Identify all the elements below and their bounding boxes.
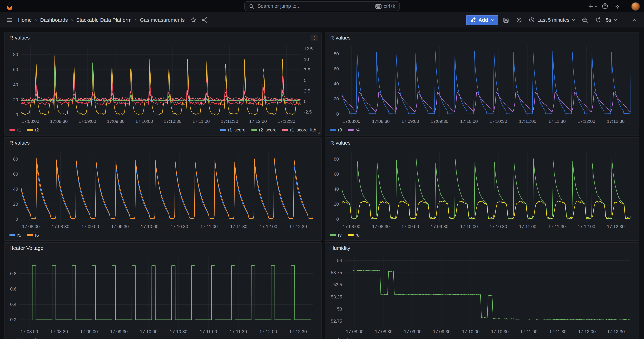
legend-item-r1[interactable]: r1 <box>10 127 22 132</box>
chart-canvas[interactable]: 02040608017:08:0017:08:3017:09:0017:09:3… <box>328 43 636 124</box>
panel-resize-handle[interactable] <box>317 131 320 134</box>
panel-title[interactable]: R-values <box>330 35 350 40</box>
y-axis-label: 53 <box>337 306 342 312</box>
legend-item-r7[interactable]: r7 <box>330 232 342 238</box>
help-circle-icon <box>602 3 608 10</box>
x-axis-label: 17:08:00 <box>343 119 360 124</box>
chart-area[interactable]: 020406080-2.502.557.51012.517:08:0017:08… <box>7 43 318 124</box>
x-axis-label: 17:09:30 <box>431 224 448 229</box>
x-axis-label: 17:12:30 <box>607 119 624 124</box>
panel-header[interactable]: Heater Voltage <box>4 243 321 254</box>
add-button[interactable]: Add <box>466 15 498 25</box>
legend-item-heatervoltage[interactable]: heatervoltage <box>10 338 45 339</box>
legend: r5r6 <box>10 231 316 239</box>
series-r4[interactable] <box>342 92 631 112</box>
legend-item-r8[interactable]: r8 <box>348 232 360 238</box>
y-axis-label: 40 <box>13 186 18 192</box>
y-axis-label: 20 <box>13 202 18 207</box>
dashboard-settings-button[interactable] <box>514 15 525 25</box>
x-axis-label: 17:12:00 <box>578 119 595 124</box>
x-axis-label: 17:09:00 <box>402 119 419 124</box>
top-bar: Search or jump to... ctrl+k <box>0 0 644 12</box>
panel-title[interactable]: Heater Voltage <box>10 245 44 251</box>
chart-canvas[interactable]: 020406080-2.502.557.51012.517:08:0017:08… <box>7 43 318 124</box>
x-axis-label: 17:12:00 <box>260 329 277 334</box>
y-axis-right-label: 5 <box>304 78 306 83</box>
legend: r3r4 <box>330 126 634 134</box>
legend-item-r4[interactable]: r4 <box>348 127 360 132</box>
refresh-button[interactable] <box>593 15 604 25</box>
chart-canvas[interactable]: 02040608017:08:0017:08:3017:09:0017:09:3… <box>7 148 318 230</box>
breadcrumb-folder[interactable]: Stackable Data Platform <box>76 17 132 23</box>
legend-swatch <box>282 129 288 131</box>
panel-title[interactable]: R-values <box>10 140 30 146</box>
chart-area[interactable]: 02040608017:08:0017:08:3017:09:0017:09:3… <box>328 43 636 124</box>
chart-area[interactable]: 02040608017:08:0017:08:3017:09:0017:09:3… <box>7 148 318 230</box>
collapse-toolbar-button[interactable] <box>629 15 640 25</box>
grafana-logo-icon[interactable] <box>4 1 15 12</box>
x-axis-label: 17:08:00 <box>22 119 39 124</box>
legend-swatch <box>348 234 354 236</box>
panel-heater-voltage: Heater Voltage 0.20.40.60.817:08:0017:08… <box>4 242 322 339</box>
panel-header[interactable]: R-values <box>325 32 639 43</box>
panel-title[interactable]: Humidity <box>330 245 350 251</box>
zoom-out-button[interactable] <box>580 15 590 25</box>
chart-canvas[interactable]: 0.20.40.60.817:08:0017:08:3017:09:0017:0… <box>7 254 318 335</box>
search-input[interactable]: Search or jump to... ctrl+k <box>244 1 400 11</box>
chart-area[interactable]: 52.755353.2553.553.755417:08:0017:08:301… <box>328 254 636 335</box>
series-r6[interactable] <box>21 158 314 219</box>
news-button[interactable] <box>612 1 622 12</box>
breadcrumb-home[interactable]: Home <box>18 17 32 23</box>
legend-item-r3[interactable]: r3 <box>330 127 342 132</box>
chart-area[interactable]: 0.20.40.60.817:08:0017:08:3017:09:0017:0… <box>7 254 318 335</box>
y-axis-label: 53.5 <box>334 282 342 287</box>
y-axis-label: 20 <box>334 202 339 207</box>
y-axis-label: 53.25 <box>331 294 342 300</box>
x-axis-label: 17:09:00 <box>78 119 96 124</box>
refresh-interval-picker[interactable]: 5s <box>606 15 619 25</box>
y-axis-label: 54 <box>337 258 342 263</box>
series-humidity[interactable] <box>353 270 630 320</box>
x-axis-label: 17:08:30 <box>375 329 392 334</box>
legend-item-r2_score[interactable]: r2_score <box>251 127 276 132</box>
caret-down-icon <box>572 18 576 22</box>
legend-label: r2 <box>35 127 39 132</box>
chart-canvas[interactable]: 52.755353.2553.553.755417:08:0017:08:301… <box>328 254 636 335</box>
panel-title[interactable]: R-values <box>10 35 30 40</box>
panel-menu-icon[interactable]: ⋮ <box>310 34 318 41</box>
series-r1_score_lttb[interactable] <box>21 90 300 101</box>
legend-item-r6[interactable]: r6 <box>27 232 39 238</box>
save-dashboard-button[interactable] <box>501 15 512 25</box>
x-axis-label: 17:12:30 <box>278 119 295 124</box>
help-button[interactable] <box>600 1 610 12</box>
chart-area[interactable]: 02040608017:08:0017:08:3017:09:0017:09:3… <box>328 148 636 230</box>
new-menu-button[interactable] <box>587 1 598 12</box>
keyboard-icon <box>376 4 382 8</box>
share-button[interactable] <box>200 15 210 25</box>
series-r2[interactable] <box>21 56 300 114</box>
series-r1[interactable] <box>21 56 300 105</box>
breadcrumb-dashboards[interactable]: Dashboards <box>40 17 68 23</box>
legend-item-humidity[interactable]: humidity <box>330 338 355 339</box>
chart-canvas[interactable]: 02040608017:08:0017:08:3017:09:0017:09:3… <box>328 148 636 230</box>
mega-menu-button[interactable] <box>4 15 15 25</box>
panel-header[interactable]: R-values <box>325 138 639 148</box>
legend-item-r1_score_lttb[interactable]: r1_score_lttb <box>282 127 316 132</box>
user-avatar[interactable] <box>631 2 640 10</box>
panel-title[interactable]: R-values <box>330 140 350 146</box>
x-axis-label: 17:09:00 <box>404 329 422 334</box>
plus-icon <box>588 3 594 9</box>
x-axis-label: 17:09:30 <box>110 329 128 334</box>
legend-item-r1_score[interactable]: r1_score <box>220 127 246 132</box>
legend-item-r5[interactable]: r5 <box>10 232 22 238</box>
shortcut-label: ctrl+k <box>384 4 395 9</box>
panel-header[interactable]: Humidity <box>325 243 639 254</box>
legend-swatch <box>27 129 33 131</box>
legend-item-r2[interactable]: r2 <box>27 127 39 132</box>
panel-header[interactable]: R-values ⋮ <box>4 32 321 43</box>
panel-header[interactable]: R-values <box>4 138 321 148</box>
series-r7[interactable] <box>341 158 632 219</box>
legend-swatch <box>220 129 226 131</box>
time-range-picker[interactable]: Last 5 minutes <box>527 15 577 25</box>
favorite-button[interactable] <box>188 15 199 25</box>
